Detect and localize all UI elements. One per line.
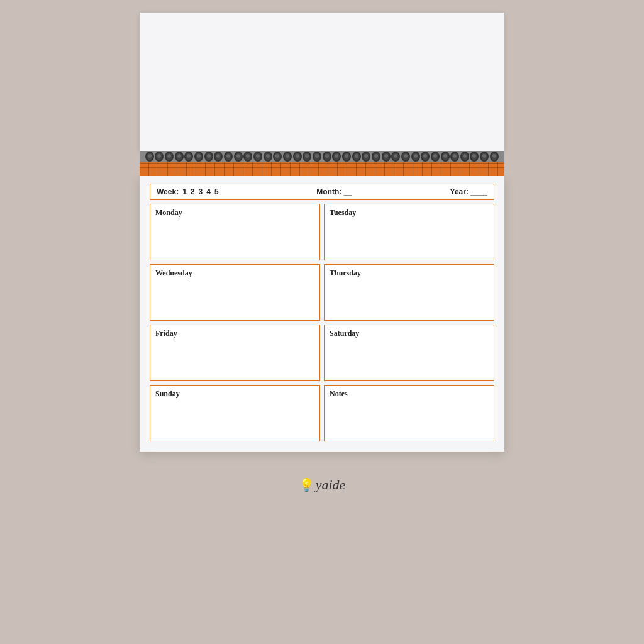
spiral-coil: [401, 152, 410, 162]
spiral-coil: [145, 152, 154, 162]
brand-name: yaide: [316, 477, 346, 493]
spiral-coil: [480, 152, 489, 162]
week-2[interactable]: 2: [191, 187, 195, 196]
spiral-coil: [372, 152, 380, 162]
wednesday-cell: Wednesday: [150, 264, 320, 321]
planner-header: Week: 1 2 3 4 5 Month: __ Year: ____: [150, 184, 494, 200]
spiral-coil: [243, 152, 252, 162]
spiral-wire: [140, 151, 504, 162]
bulb-icon: 💡: [299, 477, 314, 492]
page-container: Week: 1 2 3 4 5 Month: __ Year: ____ Mon…: [0, 0, 644, 493]
week-selector: Week: 1 2 3 4 5: [157, 187, 219, 196]
month-field: Month: __: [316, 187, 352, 196]
spiral-coil: [332, 152, 341, 162]
spiral-coil: [224, 152, 233, 162]
friday-cell: Friday: [150, 325, 320, 381]
week-label: Week:: [157, 187, 179, 196]
spiral-coil: [362, 152, 370, 162]
spiral-coil: [352, 152, 361, 162]
tuesday-label: Tuesday: [330, 208, 489, 218]
calendar-grid: Monday Tuesday Wednesday Thursday Friday: [150, 204, 494, 441]
thursday-cell: Thursday: [324, 264, 494, 321]
monday-label: Monday: [155, 208, 314, 218]
spiral-coil: [234, 152, 243, 162]
monday-content[interactable]: [155, 220, 314, 256]
friday-label: Friday: [155, 329, 314, 338]
spiral-coil: [450, 152, 459, 162]
spiral-coil: [313, 152, 321, 162]
week-5[interactable]: 5: [214, 187, 219, 196]
grid-tape: [140, 162, 504, 176]
spiral-coil: [342, 152, 351, 162]
notes-cell: Notes: [324, 385, 494, 441]
spiral-coil: [460, 152, 469, 162]
saturday-cell: Saturday: [324, 325, 494, 381]
sunday-cell: Sunday: [150, 385, 320, 441]
year-value: ____: [470, 187, 487, 196]
back-page: [140, 13, 504, 151]
spiral-coil: [293, 152, 302, 162]
tuesday-content[interactable]: [330, 220, 489, 256]
notes-label: Notes: [330, 389, 489, 399]
spiral-coil: [283, 152, 292, 162]
spiral-coil: [194, 152, 203, 162]
wednesday-content[interactable]: [155, 280, 314, 316]
sunday-content[interactable]: [155, 401, 314, 437]
week-1[interactable]: 1: [182, 187, 187, 196]
binding-area: [140, 151, 504, 176]
spiral-coil: [253, 152, 262, 162]
spiral-coil: [214, 152, 223, 162]
saturday-content[interactable]: [330, 341, 489, 377]
spiral-coil: [273, 152, 282, 162]
notes-content[interactable]: [330, 401, 489, 437]
thursday-content[interactable]: [330, 280, 489, 316]
spiral-coil: [155, 152, 164, 162]
year-field: Year: ____: [450, 187, 487, 196]
month-label: Month:: [316, 187, 341, 196]
spiral-coil: [382, 152, 391, 162]
spiral-coil: [165, 152, 174, 162]
thursday-label: Thursday: [330, 269, 489, 278]
branding: 💡 yaide: [299, 477, 346, 493]
friday-content[interactable]: [155, 341, 314, 377]
brand-logo: 💡 yaide: [299, 477, 346, 493]
spiral-coil: [175, 152, 184, 162]
month-value: __: [344, 187, 352, 196]
spiral-coil: [470, 152, 479, 162]
spiral-coil: [391, 152, 400, 162]
year-label: Year:: [450, 187, 469, 196]
monday-cell: Monday: [150, 204, 320, 260]
week-4[interactable]: 4: [206, 187, 211, 196]
spiral-coil: [323, 152, 331, 162]
wednesday-label: Wednesday: [155, 269, 314, 278]
spiral-coil: [431, 152, 440, 162]
tuesday-cell: Tuesday: [324, 204, 494, 260]
spiral-coil: [411, 152, 420, 162]
spiral-coil: [264, 152, 272, 162]
week-3[interactable]: 3: [199, 187, 203, 196]
spiral-coil: [441, 152, 450, 162]
spiral-coil: [204, 152, 213, 162]
sunday-label: Sunday: [155, 389, 314, 399]
saturday-label: Saturday: [330, 329, 489, 338]
spiral-coil: [303, 152, 311, 162]
spiral-coil: [184, 152, 193, 162]
spiral-coil: [421, 152, 430, 162]
spiral-coil: [490, 152, 499, 162]
planner-page: Week: 1 2 3 4 5 Month: __ Year: ____ Mon…: [140, 176, 504, 452]
